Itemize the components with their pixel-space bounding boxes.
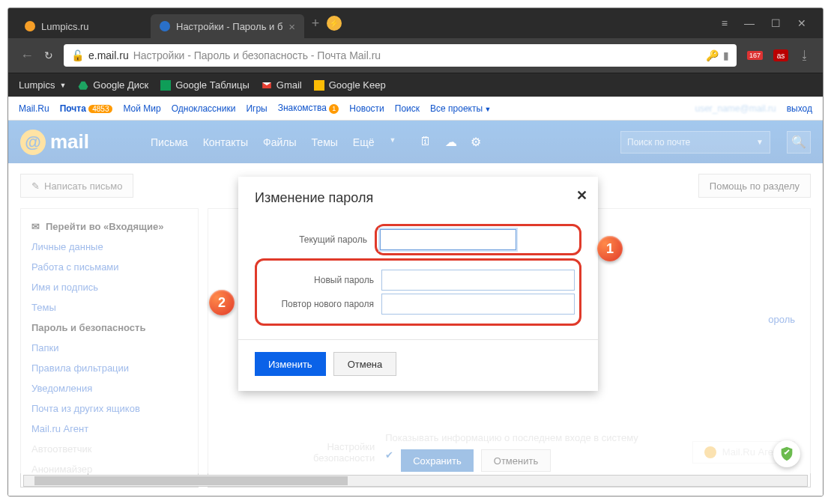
portal-link[interactable]: Все проекты — [430, 103, 483, 114]
minimize-icon[interactable]: — — [744, 17, 755, 29]
drive-icon — [78, 80, 88, 91]
bookmark-star-icon[interactable]: ▮ — [723, 49, 729, 61]
scrollbar-thumb[interactable] — [34, 476, 348, 485]
mail-count-badge: 4853 — [88, 105, 112, 113]
chevron-down-icon: ▼ — [483, 106, 491, 113]
tab-title: Настройки - Пароль и б — [176, 21, 282, 32]
favicon-lumpics — [25, 21, 35, 31]
notification-badge[interactable]: 167 — [747, 51, 763, 60]
menu-icon[interactable]: ≡ — [722, 17, 728, 29]
callout-1: 1 — [597, 236, 623, 261]
chevron-down-icon: ▼ — [59, 82, 66, 89]
browser-tab-active[interactable]: Настройки - Пароль и б × — [151, 14, 304, 38]
bookmark-item[interactable]: Gmail — [262, 79, 302, 91]
browser-tab[interactable]: Lumpics.ru — [16, 14, 151, 38]
portal-link[interactable]: Знакомства — [278, 103, 327, 113]
back-icon[interactable]: ← — [20, 48, 34, 64]
callout-2: 2 — [209, 290, 235, 315]
bookmark-folder[interactable]: Lumpics▼ — [19, 79, 66, 91]
portal-link[interactable]: Поиск — [395, 103, 420, 114]
key-icon[interactable]: 🔑 — [706, 49, 719, 61]
portal-link[interactable]: Новости — [349, 103, 384, 114]
tab-bar: Lumpics.ru Настройки - Пароль и б × + ⚡ … — [8, 8, 823, 38]
url-path: Настройки - Пароль и безопасность - Почт… — [133, 49, 381, 61]
adguard-icon[interactable] — [773, 440, 800, 467]
bookmark-item[interactable]: Google Таблицы — [160, 79, 250, 91]
portal-link[interactable]: Mail.Ru — [19, 103, 49, 114]
address-bar: ← ↻ 🔓 e.mail.ru Настройки - Пароль и без… — [8, 38, 823, 73]
maximize-icon[interactable]: ☐ — [771, 17, 781, 29]
close-modal-icon[interactable]: ✕ — [576, 187, 587, 204]
reload-icon[interactable]: ↻ — [44, 49, 53, 61]
portal-link[interactable]: Мой Мир — [123, 103, 160, 114]
bookmarks-bar: Lumpics▼ Google Диск Google Таблицы Gmai… — [8, 73, 823, 97]
user-email[interactable]: user_name@mail.ru — [695, 103, 776, 114]
bookmark-item[interactable]: Google Keep — [314, 79, 386, 91]
submit-button[interactable]: Изменить — [255, 352, 326, 376]
lastfm-icon[interactable]: as — [773, 49, 788, 61]
new-tab-button[interactable]: + — [304, 12, 327, 34]
field-label: Новый пароль — [262, 275, 374, 285]
change-password-modal: Изменение пароля ✕ Текущий пароль Новый … — [238, 177, 598, 391]
download-icon[interactable]: ⭳ — [799, 49, 811, 62]
field-label: Текущий пароль — [255, 234, 367, 245]
close-tab-icon[interactable]: × — [288, 20, 295, 33]
logout-link[interactable]: выход — [787, 103, 812, 114]
url-host: e.mail.ru — [88, 49, 129, 61]
field-label: Повтор нового пароля — [262, 299, 374, 309]
sheets-icon — [160, 80, 171, 91]
tab-title: Lumpics.ru — [41, 21, 89, 32]
modal-title: Изменение пароля — [255, 190, 373, 205]
favicon-mailru — [160, 21, 170, 31]
mailru-top-bar: Mail.Ru Почта 4853 Мой Мир Одноклассники… — [8, 97, 823, 121]
bookmark-item[interactable]: Google Диск — [78, 79, 148, 91]
portal-link[interactable]: Почта — [60, 103, 86, 114]
keep-icon — [314, 80, 324, 91]
cancel-button[interactable]: Отмена — [333, 352, 397, 376]
lock-icon: 🔓 — [71, 49, 84, 61]
new-password-input[interactable] — [381, 270, 575, 291]
portal-link[interactable]: Игры — [246, 103, 267, 114]
repeat-password-input[interactable] — [381, 294, 575, 315]
portal-link[interactable]: Одноклассники — [172, 103, 236, 114]
gmail-icon — [262, 80, 272, 91]
current-password-input[interactable] — [380, 229, 516, 250]
url-field[interactable]: 🔓 e.mail.ru Настройки - Пароль и безопас… — [64, 44, 737, 67]
close-window-icon[interactable]: ✕ — [797, 17, 806, 29]
turbo-icon[interactable]: ⚡ — [327, 16, 342, 31]
znak-badge: 1 — [329, 104, 339, 114]
horizontal-scrollbar[interactable] — [23, 475, 808, 487]
